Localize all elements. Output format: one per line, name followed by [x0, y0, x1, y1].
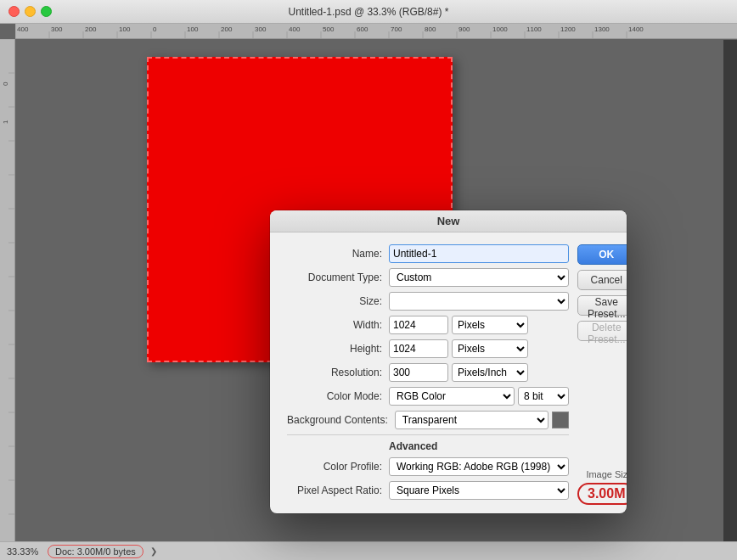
resolution-input[interactable] [389, 363, 448, 382]
document-type-label: Document Type: [287, 272, 389, 283]
svg-text:1200: 1200 [560, 25, 576, 33]
color-profile-select[interactable]: Working RGB: Adobe RGB (1998) sRGB [389, 457, 569, 476]
photoshop-window: Untitled-1.psd @ 33.3% (RGB/8#) * 400 30… [0, 0, 737, 560]
height-row: Height: Pixels Inches cm [287, 339, 569, 358]
bit-depth-select[interactable]: 8 bit 16 bit 32 bit [518, 387, 569, 406]
name-row: Name: [287, 244, 569, 263]
color-mode-row: Color Mode: RGB Color CMYK Color Graysca… [287, 387, 569, 406]
status-arrow-icon: ❯ [150, 546, 157, 556]
zoom-level: 33.33% [7, 546, 41, 557]
name-label: Name: [287, 248, 389, 260]
minimize-button[interactable] [25, 6, 36, 17]
pixel-aspect-select[interactable]: Square Pixels [389, 481, 569, 500]
image-size-section: Image Size: 3.00M [577, 452, 627, 505]
svg-text:600: 600 [357, 25, 368, 33]
status-bar: 33.33% Doc: 3.00M/0 bytes ❯ [0, 541, 737, 560]
document-type-row: Document Type: Custom [287, 268, 569, 287]
svg-text:1000: 1000 [492, 25, 508, 33]
height-unit-select[interactable]: Pixels Inches cm [452, 339, 528, 358]
dialog-buttons: OK Cancel Save Preset... Delete Preset..… [577, 244, 627, 505]
svg-text:300: 300 [255, 25, 267, 33]
image-size-label: Image Size: [577, 469, 627, 479]
bg-contents-label: Background Contents: [287, 414, 395, 426]
svg-text:900: 900 [459, 25, 470, 33]
advanced-section-label: Advanced [389, 440, 437, 452]
size-row: Size: [287, 292, 569, 311]
pixel-aspect-label: Pixel Aspect Ratio: [287, 484, 389, 496]
svg-text:1100: 1100 [526, 25, 542, 33]
svg-text:200: 200 [221, 25, 233, 33]
svg-text:1400: 1400 [628, 25, 644, 33]
resolution-unit-select[interactable]: Pixels/Inch Pixels/cm [452, 363, 528, 382]
height-input[interactable] [389, 339, 448, 358]
width-label: Width: [287, 319, 389, 331]
svg-text:400: 400 [17, 25, 29, 33]
save-preset-button[interactable]: Save Preset... [577, 295, 627, 316]
svg-text:300: 300 [51, 25, 63, 33]
svg-text:100: 100 [119, 25, 131, 33]
right-panel [723, 40, 737, 541]
delete-preset-button[interactable]: Delete Preset... [577, 321, 627, 341]
svg-text:1: 1 [2, 120, 9, 124]
resolution-row: Resolution: Pixels/Inch Pixels/cm [287, 363, 569, 382]
svg-text:0: 0 [2, 81, 9, 86]
bg-color-swatch[interactable] [552, 412, 569, 428]
width-input[interactable] [389, 316, 448, 334]
svg-text:800: 800 [425, 25, 436, 33]
color-profile-row: Color Profile: Working RGB: Adobe RGB (1… [287, 457, 569, 476]
window-controls [8, 6, 52, 17]
svg-text:500: 500 [323, 25, 335, 33]
pixel-aspect-row: Pixel Aspect Ratio: Square Pixels [287, 481, 569, 500]
svg-text:0: 0 [153, 25, 157, 33]
window-title: Untitled-1.psd @ 33.3% (RGB/8#) * [289, 6, 449, 18]
new-document-dialog: New Name: Document Type: Custom [270, 210, 627, 513]
image-size-value: 3.00M [577, 483, 627, 505]
color-mode-label: Color Mode: [287, 390, 389, 402]
ok-button[interactable]: OK [577, 244, 627, 265]
close-button[interactable] [8, 6, 20, 17]
height-label: Height: [287, 343, 389, 355]
title-bar: Untitled-1.psd @ 33.3% (RGB/8#) * [0, 0, 737, 24]
dialog-body: Name: Document Type: Custom Size: [270, 232, 627, 513]
dialog-fields: Name: Document Type: Custom Size: [270, 244, 577, 505]
section-divider [287, 434, 569, 435]
size-select[interactable] [389, 292, 569, 311]
document-type-select[interactable]: Custom [389, 268, 569, 287]
bg-contents-row: Background Contents: Transparent White B… [287, 411, 569, 429]
svg-text:100: 100 [187, 25, 199, 33]
vertical-ruler: 0 1 [0, 39, 15, 541]
width-row: Width: Pixels Inches cm [287, 316, 569, 334]
resolution-label: Resolution: [287, 367, 389, 378]
width-unit-select[interactable]: Pixels Inches cm [452, 316, 528, 334]
advanced-row: Advanced [287, 440, 569, 452]
horizontal-ruler: 400 300 200 100 0 100 200 300 400 500 60… [15, 24, 737, 39]
name-input[interactable] [389, 244, 569, 263]
dialog-title-bar: New [270, 210, 627, 232]
svg-text:700: 700 [391, 25, 402, 33]
cancel-button[interactable]: Cancel [577, 270, 627, 290]
color-profile-label: Color Profile: [287, 461, 389, 473]
size-label: Size: [287, 295, 389, 307]
maximize-button[interactable] [41, 6, 52, 17]
svg-text:400: 400 [289, 25, 301, 33]
doc-size: Doc: 3.00M/0 bytes [48, 545, 143, 558]
bg-contents-select[interactable]: Transparent White Background Color [395, 411, 549, 429]
color-mode-select[interactable]: RGB Color CMYK Color Grayscale [389, 387, 515, 406]
dialog-title: New [437, 215, 460, 227]
svg-text:200: 200 [85, 25, 97, 33]
svg-text:1300: 1300 [594, 25, 610, 33]
